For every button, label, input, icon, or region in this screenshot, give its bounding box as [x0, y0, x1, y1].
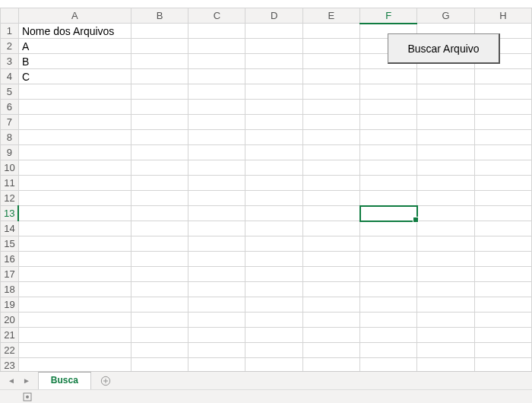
cell-G14[interactable] [417, 221, 474, 236]
cell-D12[interactable] [245, 191, 302, 206]
cell-A21[interactable] [18, 328, 131, 343]
cell-G16[interactable] [417, 252, 474, 267]
cell-E16[interactable] [302, 252, 359, 267]
cell-H21[interactable] [474, 328, 531, 343]
cell-A18[interactable] [18, 282, 131, 297]
cell-B3[interactable] [131, 54, 188, 69]
cell-H7[interactable] [474, 115, 531, 130]
cell-B4[interactable] [131, 69, 188, 84]
sheet-tab-active[interactable]: Busca [38, 372, 91, 389]
cell-G22[interactable] [417, 343, 474, 358]
cell-H22[interactable] [474, 343, 531, 358]
row-header-19[interactable]: 19 [1, 297, 19, 313]
cell-F16[interactable] [360, 252, 417, 267]
cell-E6[interactable] [302, 100, 359, 115]
cell-E9[interactable] [302, 145, 359, 160]
cell-C20[interactable] [188, 313, 245, 328]
row-header-18[interactable]: 18 [1, 282, 19, 297]
cell-G11[interactable] [417, 176, 474, 191]
cell-A20[interactable] [18, 313, 131, 328]
cell-H12[interactable] [474, 191, 531, 206]
cell-B6[interactable] [131, 100, 188, 115]
cell-D4[interactable] [245, 69, 302, 84]
cell-E11[interactable] [302, 176, 359, 191]
row-header-11[interactable]: 11 [1, 176, 19, 191]
cell-B15[interactable] [131, 236, 188, 252]
cell-H14[interactable] [474, 221, 531, 236]
cell-G20[interactable] [417, 313, 474, 328]
cell-F8[interactable] [360, 130, 417, 145]
cell-H18[interactable] [474, 282, 531, 297]
cell-B17[interactable] [131, 267, 188, 282]
row-header-8[interactable]: 8 [1, 130, 19, 145]
cell-H13[interactable] [474, 206, 531, 221]
cell-H17[interactable] [474, 267, 531, 282]
column-header-E[interactable]: E [302, 8, 359, 24]
cell-C21[interactable] [188, 328, 245, 343]
cell-E5[interactable] [302, 84, 359, 100]
cell-D18[interactable] [245, 282, 302, 297]
cell-H9[interactable] [474, 145, 531, 160]
cell-D1[interactable] [245, 24, 302, 39]
cell-G6[interactable] [417, 100, 474, 115]
row-header-21[interactable]: 21 [1, 328, 19, 343]
cell-D16[interactable] [245, 252, 302, 267]
cell-A11[interactable] [18, 176, 131, 191]
cell-F7[interactable] [360, 115, 417, 130]
cell-B7[interactable] [131, 115, 188, 130]
cell-C9[interactable] [188, 145, 245, 160]
cell-E19[interactable] [302, 297, 359, 313]
column-header-C[interactable]: C [188, 8, 245, 24]
row-header-13[interactable]: 13 [1, 206, 19, 221]
row-header-15[interactable]: 15 [1, 236, 19, 252]
cell-B14[interactable] [131, 221, 188, 236]
cell-A16[interactable] [18, 252, 131, 267]
cell-H5[interactable] [474, 84, 531, 100]
cell-C11[interactable] [188, 176, 245, 191]
cell-H16[interactable] [474, 252, 531, 267]
tab-nav-prev-icon[interactable]: ◄ [8, 376, 15, 385]
cell-E17[interactable] [302, 267, 359, 282]
cell-G4[interactable] [417, 69, 474, 84]
cell-B2[interactable] [131, 39, 188, 54]
cell-B5[interactable] [131, 84, 188, 100]
column-header-B[interactable]: B [131, 8, 188, 24]
cell-H10[interactable] [474, 160, 531, 176]
row-header-16[interactable]: 16 [1, 252, 19, 267]
cell-F10[interactable] [360, 160, 417, 176]
cell-C17[interactable] [188, 267, 245, 282]
cell-G12[interactable] [417, 191, 474, 206]
cell-A17[interactable] [18, 267, 131, 282]
cell-A2[interactable]: A [18, 39, 131, 54]
cell-A4[interactable]: C [18, 69, 131, 84]
cell-F11[interactable] [360, 176, 417, 191]
cell-C10[interactable] [188, 160, 245, 176]
cell-B8[interactable] [131, 130, 188, 145]
cell-D19[interactable] [245, 297, 302, 313]
row-header-22[interactable]: 22 [1, 343, 19, 358]
cell-E18[interactable] [302, 282, 359, 297]
cell-B20[interactable] [131, 313, 188, 328]
cell-C3[interactable] [188, 54, 245, 69]
cell-C19[interactable] [188, 297, 245, 313]
cell-G5[interactable] [417, 84, 474, 100]
cell-A12[interactable] [18, 191, 131, 206]
cell-G13[interactable] [417, 206, 474, 221]
cell-E14[interactable] [302, 221, 359, 236]
cell-B22[interactable] [131, 343, 188, 358]
cell-E20[interactable] [302, 313, 359, 328]
row-header-10[interactable]: 10 [1, 160, 19, 176]
cell-D20[interactable] [245, 313, 302, 328]
cell-F9[interactable] [360, 145, 417, 160]
cell-G15[interactable] [417, 236, 474, 252]
cell-E15[interactable] [302, 236, 359, 252]
cell-G18[interactable] [417, 282, 474, 297]
cell-B16[interactable] [131, 252, 188, 267]
row-header-3[interactable]: 3 [1, 54, 19, 69]
cell-E3[interactable] [302, 54, 359, 69]
row-header-5[interactable]: 5 [1, 84, 19, 100]
cell-D15[interactable] [245, 236, 302, 252]
cell-E4[interactable] [302, 69, 359, 84]
column-header-G[interactable]: G [417, 8, 474, 24]
cell-F12[interactable] [360, 191, 417, 206]
